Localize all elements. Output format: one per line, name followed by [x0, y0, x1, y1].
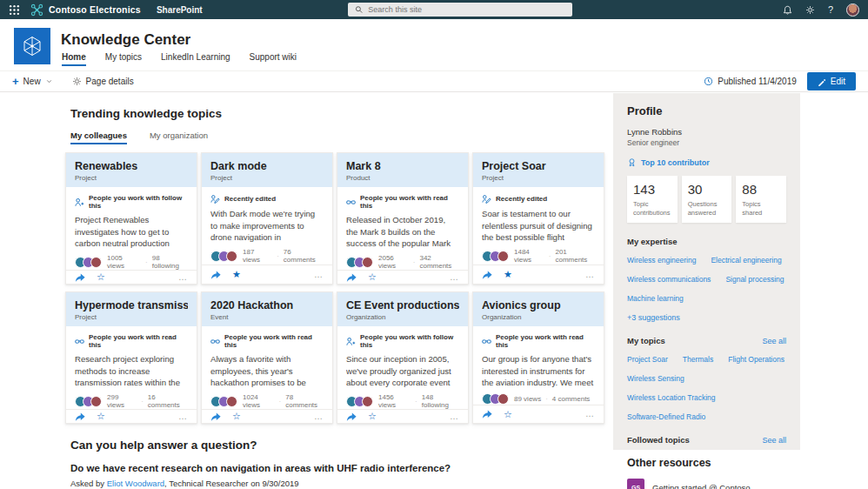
hexagon-logo-icon — [20, 34, 44, 58]
followed-topics-see-all-link[interactable]: See all — [762, 436, 786, 445]
card-title[interactable]: Renewables — [75, 160, 188, 172]
card-title[interactable]: Project Soar — [482, 160, 595, 172]
card-title[interactable]: Avionics group — [482, 299, 595, 311]
share-icon[interactable] — [75, 272, 85, 283]
my-topics-see-all-link[interactable]: See all — [762, 337, 786, 345]
help-icon[interactable]: ? — [828, 5, 833, 15]
star-icon[interactable] — [504, 410, 512, 419]
suite-bar: Contoso Electronics SharePoint ? — [0, 0, 868, 19]
stat-value: 143 — [633, 182, 671, 197]
more-options-icon[interactable] — [450, 412, 459, 421]
expertise-suggestions-link[interactable]: +3 suggestions — [627, 313, 786, 322]
more-options-icon[interactable] — [450, 273, 459, 282]
star-icon[interactable] — [232, 270, 241, 279]
resource-label[interactable]: Getting started @ Contoso — [652, 483, 751, 489]
contributor-badge-label: Top 10 contributor — [641, 158, 710, 167]
asker-link[interactable]: Eliot Woodward — [107, 479, 164, 488]
my-topic-link[interactable]: Thermals — [683, 355, 713, 364]
share-icon[interactable] — [210, 412, 221, 422]
resource-item[interactable]: GS Getting started @ Contoso — [627, 479, 843, 489]
share-icon[interactable] — [210, 270, 221, 280]
topic-card-ce-event-productions[interactable]: CE Event productions Organization People… — [337, 291, 469, 424]
notifications-bell-icon[interactable] — [783, 5, 792, 15]
topic-card-dark-mode[interactable]: Dark mode Project Recently edited With D… — [201, 152, 333, 285]
site-header: Knowledge Center Home My topics LinkedIn… — [0, 19, 868, 70]
my-topic-link[interactable]: Wireless Location Tracking — [627, 393, 716, 402]
topic-card-renewables[interactable]: Renewables Project People you work with … — [65, 152, 197, 285]
glasses-icon — [346, 198, 356, 207]
card-title[interactable]: Hypermode transmission — [75, 299, 188, 311]
topic-card-mark-8[interactable]: Mark 8 Product People you work with read… — [337, 152, 469, 285]
card-type: Project — [210, 174, 324, 182]
star-icon[interactable] — [97, 272, 105, 282]
nav-item-linkedin-learning[interactable]: LinkedIn Learning — [161, 52, 230, 66]
more-options-icon[interactable] — [178, 273, 188, 282]
brand-name[interactable]: Contoso Electronics — [49, 4, 141, 15]
share-icon[interactable] — [346, 412, 357, 422]
expertise-link[interactable]: Signal processing — [725, 275, 784, 284]
card-avatars — [346, 396, 373, 407]
edit-button-label: Edit — [831, 77, 845, 86]
tab-my-colleagues[interactable]: My colleagues — [70, 131, 127, 144]
more-options-icon[interactable] — [178, 412, 188, 421]
profile-name[interactable]: Lynne Robbins — [627, 127, 786, 137]
edit-button[interactable]: Edit — [807, 72, 856, 90]
card-description: Always a favorite with employees, this y… — [210, 353, 324, 389]
my-topic-link[interactable]: Project Soar — [627, 355, 668, 364]
question-text[interactable]: Do we have recent research on navigation… — [70, 463, 610, 473]
more-options-icon[interactable] — [585, 410, 595, 419]
new-button[interactable]: + New — [12, 76, 53, 87]
card-title[interactable]: CE Event productions — [346, 299, 459, 311]
my-topic-link[interactable]: Software-Defined Radio — [627, 412, 705, 421]
more-options-icon[interactable] — [585, 271, 595, 279]
stat-topics-shared[interactable]: 88 Topics shared — [736, 176, 786, 223]
my-topic-link[interactable]: Flight Operations — [728, 355, 785, 364]
expertise-link[interactable]: Machine learning — [627, 294, 684, 303]
more-options-icon[interactable] — [314, 271, 324, 279]
more-options-icon[interactable] — [314, 412, 324, 421]
topic-cards-grid: Renewables Project People you work with … — [65, 152, 610, 424]
site-logo[interactable] — [14, 28, 50, 64]
star-icon[interactable] — [368, 272, 377, 282]
star-icon[interactable] — [97, 412, 105, 421]
nav-item-support-wiki[interactable]: Support wiki — [250, 52, 297, 66]
nav-item-my-topics[interactable]: My topics — [105, 52, 142, 66]
card-title[interactable]: 2020 Hackathon — [210, 299, 324, 311]
card-badge-label: Recently edited — [496, 195, 547, 203]
topic-card-project-soar[interactable]: Project Soar Project Recently edited Soa… — [472, 152, 604, 285]
topic-card-avionics-group[interactable]: Avionics group Organization People you w… — [472, 291, 604, 424]
card-title[interactable]: Dark mode — [210, 160, 324, 172]
card-badge: Recently edited — [210, 189, 324, 208]
card-views: 1484 views — [514, 248, 544, 264]
star-icon[interactable] — [368, 412, 377, 421]
my-topic-link[interactable]: Wireless Sensing — [627, 374, 684, 383]
search-input[interactable] — [368, 5, 565, 14]
published-status[interactable]: Published 11/4/2019 — [704, 77, 796, 86]
share-icon[interactable] — [482, 409, 492, 419]
app-launcher-icon[interactable] — [9, 4, 20, 16]
share-icon[interactable] — [75, 412, 85, 422]
share-icon[interactable] — [346, 272, 357, 283]
card-title[interactable]: Mark 8 — [346, 160, 459, 172]
expertise-link[interactable]: Electrical engineering — [711, 256, 781, 265]
topic-card-hypermode-transmission[interactable]: Hypermode transmission Project People yo… — [65, 291, 197, 424]
page-title[interactable]: Knowledge Center — [61, 31, 190, 49]
star-icon[interactable] — [504, 270, 512, 279]
site-search[interactable] — [348, 3, 572, 17]
app-name[interactable]: SharePoint — [157, 5, 203, 15]
settings-gear-icon[interactable] — [805, 5, 815, 15]
page-details-button[interactable]: Page details — [72, 77, 134, 86]
tab-my-organization[interactable]: My organization — [150, 131, 208, 144]
nav-item-home[interactable]: Home — [62, 52, 86, 66]
share-icon[interactable] — [482, 270, 492, 280]
star-icon[interactable] — [232, 412, 241, 421]
user-avatar[interactable] — [846, 3, 859, 17]
expertise-link[interactable]: Wireless engineering — [627, 256, 696, 265]
topic-card-2020-hackathon[interactable]: 2020 Hackathon Event People you work wit… — [201, 291, 333, 424]
stat-topic-contributions[interactable]: 143 Topic contributions — [627, 176, 678, 223]
card-footer — [473, 265, 604, 284]
contributor-badge[interactable]: Top 10 contributor — [627, 157, 786, 167]
expertise-link[interactable]: Wireless communications — [627, 275, 711, 284]
card-description: Our group is for anyone that's intereste… — [482, 353, 595, 389]
stat-questions-answered[interactable]: 30 Questions answered — [682, 176, 732, 223]
